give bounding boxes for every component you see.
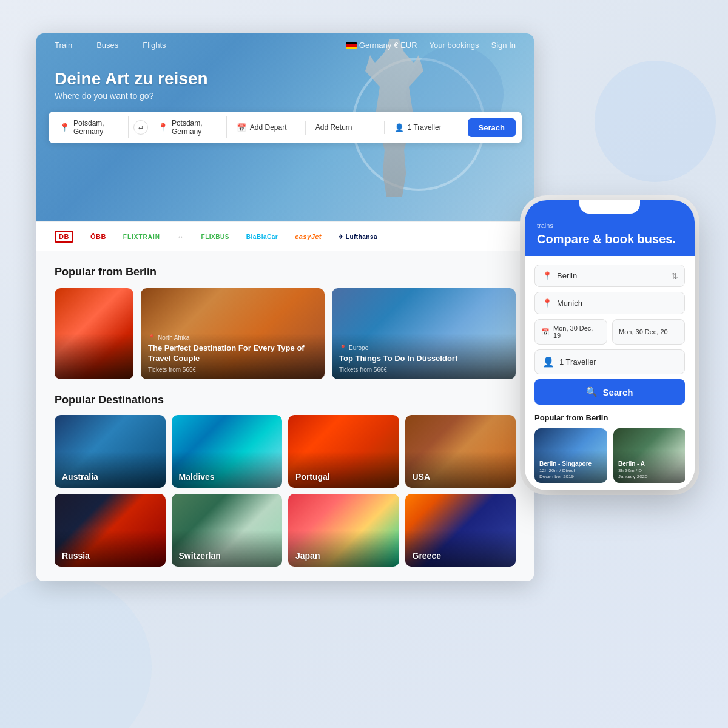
phone-origin-pin: 📍 (542, 271, 552, 280)
dest-card-maldives[interactable]: Maldives (172, 415, 283, 488)
phone-dest-value: Munich (557, 298, 677, 308)
hero-content: Deine Art zu reisen Where do you want to… (36, 57, 534, 101)
phone-depart-field[interactable]: 📅 Mon, 30 Dec, 19 (534, 319, 607, 345)
dest-card-switzerland[interactable]: Switzerlan (172, 494, 283, 567)
phone-traveler-value: 1 Traveller (559, 357, 596, 366)
article-main-content: 📍 North Afrika The Perfect Destination F… (141, 328, 325, 379)
phone-notch (579, 200, 640, 214)
logo-blablacar: BlaBlaCar (246, 234, 278, 240)
phone-dest-pin: 📍 (542, 298, 552, 308)
logo-obb: ÖBB (90, 233, 106, 240)
article-main-title: The Perfect Destination For Every Type o… (148, 343, 317, 364)
traveler-icon: 👤 (394, 123, 404, 132)
hero-title: Deine Art zu reisen (55, 69, 516, 89)
phone-origin-value: Berlin (557, 271, 677, 280)
logos-bar: DB ÖBB FLIXTRAIN ↔ FLIXBUS BlaBlaCar eas… (36, 221, 534, 251)
phone-search-icon: 🔍 (586, 386, 598, 397)
popular-section-title: Popular from Berlin (55, 266, 516, 278)
phone-popular-cards: Berlin - Singapore 12h 20m / Direct Dece… (534, 428, 685, 483)
nav-flights[interactable]: Flights (143, 41, 166, 50)
nav-signin[interactable]: Sign In (491, 41, 516, 50)
depart-calendar-icon: 📅 (237, 123, 246, 132)
phone-search-button[interactable]: 🔍 Search (534, 379, 685, 405)
desktop-website: Train Buses Flights Germany € EUR Your b… (36, 33, 534, 581)
phone-dest-card-alps[interactable]: Berlin - A 3h 30m / D January 2020 (613, 428, 685, 483)
main-nav: Train Buses Flights Germany € EUR Your b… (36, 33, 534, 57)
article-card-dusseldorf[interactable]: 📍 Europe Top Things To Do In Düsseldorf … (332, 288, 516, 379)
article-main-region: 📍 North Afrika (148, 334, 317, 341)
phone-depart-calendar-icon: 📅 (541, 328, 550, 336)
bg-decoration-circle2 (595, 61, 716, 182)
article-card-main[interactable]: 📍 North Afrika The Perfect Destination F… (141, 288, 325, 379)
pin-icon-region: 📍 (148, 334, 155, 341)
origin-pin-icon: 📍 (59, 123, 70, 132)
logo-flixbus: FLIXBUS (201, 234, 229, 240)
nav-train[interactable]: Train (55, 41, 72, 50)
pin-icon-dusseldorf: 📍 (339, 345, 346, 351)
search-button[interactable]: Serach (468, 118, 516, 137)
phone-traveler-icon: 👤 (542, 356, 554, 368)
destination-field[interactable]: 📍 Potsdam, Germany (153, 116, 227, 138)
country-label: Germany (359, 41, 391, 50)
country-selector[interactable]: Germany € EUR (346, 41, 417, 50)
search-bar: 📍 Potsdam, Germany ⇄ 📍 Potsdam, Germany … (49, 112, 522, 143)
phone-singapore-info: Berlin - Singapore 12h 20m / Direct Dece… (534, 457, 607, 483)
dest-russia-label: Russia (62, 551, 90, 561)
logo-db: DB (55, 231, 73, 243)
origin-field[interactable]: 📍 Potsdam, Germany (55, 116, 129, 138)
logo-lufthansa: ✈ Lufthansa (339, 234, 377, 240)
dest-card-japan[interactable]: Japan (288, 494, 399, 567)
phone-alps-info: Berlin - A 3h 30m / D January 2020 (613, 457, 685, 483)
phone-destination-field[interactable]: 📍 Munich (534, 292, 685, 314)
dest-usa-label: USA (413, 472, 431, 482)
dest-card-usa[interactable]: USA (405, 415, 516, 488)
german-flag (346, 42, 357, 49)
article-dusseldorf-region: 📍 Europe (339, 345, 508, 351)
bg-decoration-circle1 (0, 576, 152, 728)
article-dusseldorf-content: 📍 Europe Top Things To Do In Düsseldorf … (332, 339, 516, 379)
destination-value: Potsdam, Germany (172, 119, 221, 136)
dest-maldives-label: Maldives (179, 472, 215, 482)
phone-form: 📍 Berlin ⇅ 📍 Munich 📅 Mon, 30 Dec, 19 Mo… (525, 256, 695, 413)
dest-greece-label: Greece (413, 551, 441, 561)
return-field[interactable]: Add Return (311, 121, 385, 134)
phone-dest-card-singapore[interactable]: Berlin - Singapore 12h 20m / Direct Dece… (534, 428, 607, 483)
travelers-value: 1 Traveller (408, 123, 442, 132)
phone-header-sub: trains (537, 222, 682, 229)
dest-portugal-label: Portugal (295, 472, 330, 482)
phone-return-field[interactable]: Mon, 30 Dec, 20 (612, 319, 685, 345)
article-village-overlay (55, 288, 133, 379)
hero-section: Train Buses Flights Germany € EUR Your b… (36, 33, 534, 221)
nav-right: Germany € EUR Your bookings Sign In (346, 41, 516, 50)
phone-search-label: Search (602, 387, 633, 397)
depart-field[interactable]: 📅 Add Depart (232, 121, 306, 135)
dest-card-australia[interactable]: Australia (55, 415, 166, 488)
swap-button[interactable]: ⇄ (133, 120, 148, 135)
dest-australia-label: Australia (62, 472, 98, 482)
article-card-village[interactable] (55, 288, 133, 379)
articles-row: 📍 North Afrika The Perfect Destination F… (55, 288, 516, 379)
dest-card-greece[interactable]: Greece (405, 494, 516, 567)
depart-value: Add Depart (250, 123, 287, 132)
phone-alps-detail1: 3h 30m / D (618, 468, 681, 473)
dest-card-russia[interactable]: Russia (55, 494, 166, 567)
phone-depart-value: Mon, 30 Dec, 19 (553, 325, 601, 339)
phone-popular-section: Popular from Berlin Berlin - Singapore 1… (525, 413, 695, 490)
nav-buses[interactable]: Buses (96, 41, 118, 50)
dest-card-portugal[interactable]: Portugal (288, 415, 399, 488)
phone-return-value: Mon, 30 Dec, 20 (619, 328, 668, 335)
article-dusseldorf-price: Tickets from 566€ (339, 366, 508, 373)
origin-value: Potsdam, Germany (73, 119, 123, 136)
dest-japan-label: Japan (295, 551, 320, 561)
logo-flixtrain: FLIXTRAIN (123, 234, 160, 240)
travelers-field[interactable]: 👤 1 Traveller (389, 121, 463, 135)
mobile-phone: trains Compare & book buses. 📍 Berlin ⇅ … (525, 200, 695, 490)
site-body: Popular from Berlin 📍 North Afrika The P… (36, 251, 534, 581)
nav-bookings[interactable]: Your bookings (430, 41, 479, 50)
logo-easyjet: easyJet (295, 233, 322, 240)
return-value: Add Return (315, 123, 352, 132)
phone-origin-field[interactable]: 📍 Berlin ⇅ (534, 265, 685, 287)
phone-alps-name: Berlin - A (618, 460, 681, 467)
phone-traveler-field[interactable]: 👤 1 Traveller (534, 349, 685, 374)
hero-subtitle: Where do you want to go? (55, 91, 516, 101)
